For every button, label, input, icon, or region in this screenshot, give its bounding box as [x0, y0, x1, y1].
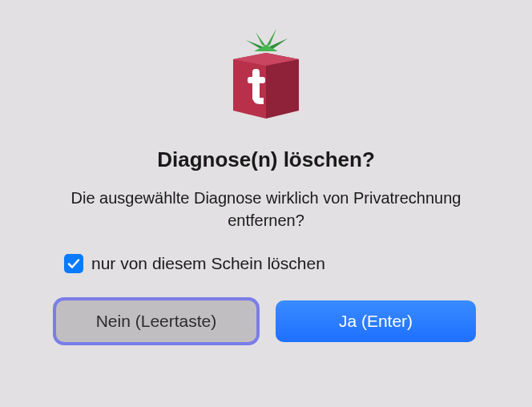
checkmark-icon	[67, 257, 80, 270]
button-row: Nein (Leertaste) Ja (Enter)	[32, 300, 500, 342]
checkbox-label: nur von diesem Schein löschen	[91, 254, 325, 273]
dialog-title: Diagnose(n) löschen?	[157, 147, 375, 172]
app-icon	[214, 24, 318, 131]
yes-button[interactable]: Ja (Enter)	[276, 300, 476, 342]
dialog-message: Die ausgewählte Diagnose wirklich von Pr…	[32, 187, 500, 232]
checkbox-row: nur von diesem Schein löschen	[32, 254, 500, 273]
no-button[interactable]: Nein (Leertaste)	[56, 300, 256, 342]
only-this-schein-checkbox[interactable]	[64, 254, 83, 273]
